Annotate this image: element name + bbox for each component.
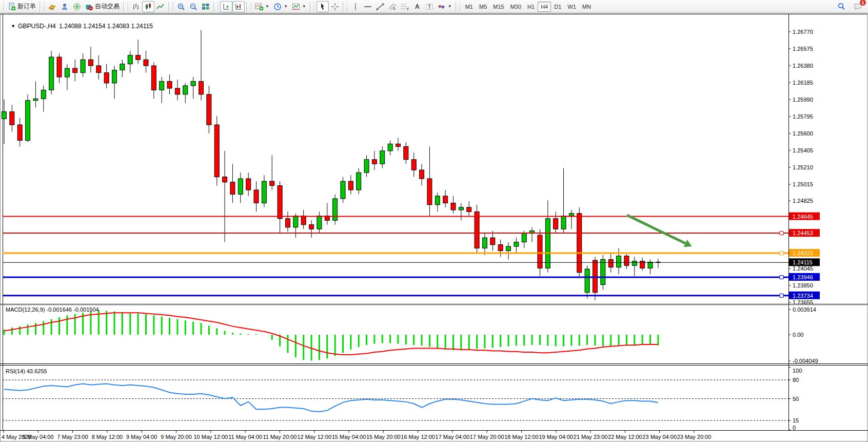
rsi-tick-label: 15 <box>793 417 799 424</box>
candle-body <box>65 68 69 77</box>
price-line-label-text: 1.24453 <box>793 230 813 236</box>
hline-anchor[interactable] <box>780 294 783 297</box>
candle-body <box>561 216 566 229</box>
candle-body <box>96 66 101 73</box>
candle-body <box>569 214 574 216</box>
candle-body <box>175 88 180 94</box>
candle-body <box>420 170 424 179</box>
candle-body <box>88 60 93 66</box>
candle-body <box>380 151 385 164</box>
candle-body <box>293 216 298 227</box>
candle-body <box>522 234 526 242</box>
price-line-label-text: 1.23734 <box>793 293 813 299</box>
candle-body <box>498 245 503 251</box>
time-tick-label: 10 May 12:00 <box>193 434 228 440</box>
candle-body <box>144 60 148 66</box>
candle-body <box>545 219 550 268</box>
symbol-dropdown-icon[interactable]: ▼ <box>11 24 15 29</box>
candle-body <box>199 81 204 94</box>
candle-body <box>467 207 471 212</box>
candle-body <box>451 203 456 210</box>
price-line-label-text: 1.24645 <box>793 214 813 220</box>
time-tick-label: 19 May 04:00 <box>539 434 573 440</box>
chart-canvas[interactable]: 1.267701.265751.263801.261851.259901.257… <box>0 0 868 442</box>
candle-body <box>17 125 22 140</box>
candle-body <box>506 246 511 251</box>
candle-body <box>396 144 401 146</box>
candle-body <box>223 177 227 182</box>
candle-body <box>427 179 432 205</box>
candle-body <box>459 207 463 210</box>
candle-body <box>112 70 117 83</box>
candle-body <box>632 261 637 265</box>
candle-body <box>49 57 54 90</box>
candle-body <box>341 181 345 199</box>
candle-body <box>238 179 243 194</box>
price-tick-label: 1.25015 <box>793 181 813 187</box>
candle-body <box>538 235 542 268</box>
candle-body <box>207 94 211 125</box>
hline-anchor[interactable] <box>780 232 783 235</box>
candle-body <box>585 269 589 293</box>
time-tick-label: 11 May 20:00 <box>263 434 297 440</box>
candle-body <box>73 68 77 72</box>
price-line-label-text: 1.24223 <box>793 250 813 256</box>
price-tick-label: 1.26185 <box>793 80 813 86</box>
rsi-tick-label: 0 <box>793 425 796 431</box>
candle-body <box>601 259 605 284</box>
price-tick-label: 1.25600 <box>793 130 813 137</box>
candle-body <box>617 256 621 267</box>
candle-body <box>246 179 251 190</box>
candle-body <box>364 160 369 172</box>
candle-body <box>404 146 408 159</box>
candle-body <box>10 112 14 125</box>
candle-body <box>593 260 598 293</box>
candle-body <box>608 259 613 267</box>
candle-body <box>33 99 38 100</box>
rsi-tick-label: 50 <box>793 396 799 402</box>
candle-body <box>230 182 235 195</box>
candle-body <box>285 219 290 227</box>
candle-body <box>388 144 392 151</box>
price-line-label-text: 1.24115 <box>793 259 813 265</box>
candle-body <box>435 196 440 205</box>
candle-body <box>624 256 629 266</box>
candle-body <box>214 125 219 177</box>
time-tick-label: 21 May 23:00 <box>574 434 608 440</box>
candle-body <box>183 86 188 94</box>
candle-body <box>514 242 519 246</box>
time-tick-label: 22 May 12:00 <box>608 434 642 440</box>
candle-body <box>41 90 46 99</box>
candle-body <box>348 181 353 190</box>
candle-body <box>262 181 266 203</box>
candle-body <box>482 238 487 248</box>
candle-body <box>317 216 322 229</box>
time-tick-label: 18 May 12:00 <box>504 434 539 440</box>
chart-title: ▼GBPUSD-,H4 1.24088 1.24154 1.24083 1.24… <box>4 15 153 37</box>
time-tick-label: 11 May 04:00 <box>228 434 262 440</box>
price-line-label-text: 1.23946 <box>793 274 813 280</box>
time-tick-label: 8 May 12:00 <box>92 434 123 440</box>
candle-body <box>136 55 141 60</box>
candle-body <box>554 219 558 229</box>
hline-anchor[interactable] <box>780 275 783 279</box>
candle-body <box>270 181 274 185</box>
candle-body <box>160 81 164 90</box>
time-tick-label: 17 May 20:00 <box>470 434 504 440</box>
time-tick-label: 9 May 20:00 <box>161 434 192 440</box>
candle-body <box>648 262 653 268</box>
hline-anchor[interactable] <box>780 252 783 255</box>
candle-body <box>26 101 30 141</box>
price-tick-label: 1.24045 <box>793 265 813 272</box>
price-tick-label: 1.26575 <box>793 46 813 52</box>
candle-body <box>443 196 448 203</box>
price-tick-label: 1.24825 <box>793 198 813 204</box>
time-tick-label: 23 May 20:00 <box>677 434 712 440</box>
candle-body <box>411 160 416 170</box>
price-tick-label: 1.25795 <box>793 113 813 120</box>
candle-body <box>151 66 156 90</box>
time-tick-label: 5 May 04:00 <box>23 434 54 440</box>
candle-body <box>577 214 582 273</box>
price-tick-label: 1.23655 <box>793 299 813 305</box>
candle-body <box>357 172 361 190</box>
